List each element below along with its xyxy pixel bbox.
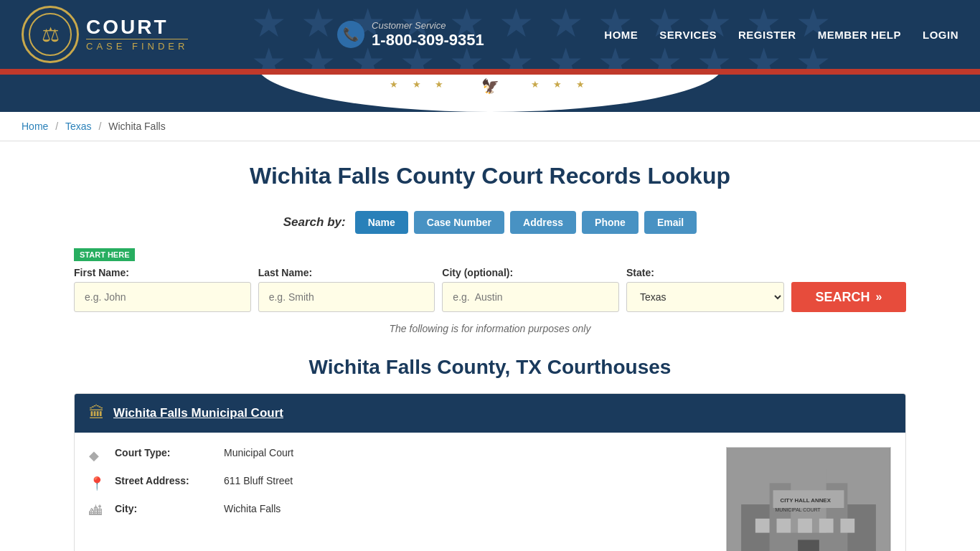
first-name-group: First Name: — [74, 267, 251, 312]
first-name-input[interactable] — [74, 282, 251, 312]
breadcrumb: Home / Texas / Wichita Falls — [0, 112, 980, 141]
courthouse-icon: 🏛 — [89, 404, 105, 423]
breadcrumb-state[interactable]: Texas — [65, 121, 92, 132]
court-type-value: Municipal Court — [224, 447, 293, 458]
logo-court-text: COURT — [86, 17, 188, 37]
stars-left: ★ ★ ★ — [390, 79, 449, 90]
customer-service: 📞 Customer Service 1-800-309-9351 — [337, 20, 484, 50]
search-chevrons: » — [876, 291, 882, 303]
address-label: Street Address: — [115, 475, 215, 486]
search-by-row: Search by: Name Case Number Address Phon… — [74, 211, 906, 234]
nav-register[interactable]: REGISTER — [738, 29, 796, 41]
detail-icon-address: 📍 — [89, 476, 106, 491]
info-text: The following is for information purpose… — [74, 323, 906, 334]
courthouse-body: ◆ Court Type: Municipal Court 📍 Street A… — [75, 433, 905, 551]
svg-text:MUNICIPAL COURT: MUNICIPAL COURT — [776, 507, 821, 512]
breadcrumb-sep-1: / — [55, 121, 61, 132]
search-by-label: Search by: — [283, 215, 346, 230]
tab-name[interactable]: Name — [355, 211, 408, 234]
red-banner — [0, 69, 980, 75]
tab-email[interactable]: Email — [644, 211, 697, 234]
breadcrumb-sep-2: / — [99, 121, 105, 132]
court-type-row: ◆ Court Type: Municipal Court — [89, 447, 712, 463]
scales-icon: ⚖ — [42, 23, 60, 47]
last-name-input[interactable] — [258, 282, 435, 312]
svg-rect-6 — [798, 519, 812, 533]
city-row-value: Wichita Falls — [224, 503, 281, 514]
site-header: ★★★★★★★★★★★★★★★★ ★★★★★★★★★★★★★★★★ ⚖ COUR… — [0, 0, 980, 69]
city-label: City (optional): — [442, 267, 619, 278]
courthouse-details: ◆ Court Type: Municipal Court 📍 Street A… — [89, 447, 712, 551]
tab-case-number[interactable]: Case Number — [414, 211, 504, 234]
courthouse-card: 🏛 Wichita Falls Municipal Court ◆ Court … — [74, 393, 906, 551]
courthouse-header: 🏛 Wichita Falls Municipal Court — [75, 394, 905, 433]
logo-area: ⚖ COURT CASE FINDER — [22, 6, 188, 63]
eagle-icon: 🦅 — [481, 77, 499, 95]
nav-services[interactable]: SERVICES — [659, 29, 717, 41]
city-group: City (optional): — [442, 267, 619, 312]
nav-login[interactable]: LOGIN — [923, 29, 958, 41]
last-name-label: Last Name: — [258, 267, 435, 278]
city-input[interactable] — [442, 282, 619, 312]
svg-text:CITY HALL ANNEX: CITY HALL ANNEX — [780, 497, 831, 504]
tab-address[interactable]: Address — [510, 211, 576, 234]
state-select[interactable]: AlabamaAlaskaArizonaArkansas CaliforniaC… — [626, 282, 784, 312]
eagle-bar: 🦅 ★ ★ ★ ★ ★ ★ — [0, 75, 980, 112]
search-button-label: SEARCH — [816, 290, 870, 305]
courthouse-name-link[interactable]: Wichita Falls Municipal Court — [113, 406, 283, 420]
state-label: State: — [626, 267, 784, 278]
breadcrumb-home[interactable]: Home — [22, 121, 48, 132]
court-type-label: Court Type: — [115, 447, 215, 458]
search-button[interactable]: SEARCH » — [791, 282, 906, 312]
cs-label: Customer Service — [372, 20, 484, 31]
nav-member-help[interactable]: MEMBER HELP — [818, 29, 901, 41]
tab-phone[interactable]: Phone — [582, 211, 639, 234]
city-row-label: City: — [115, 503, 215, 514]
breadcrumb-city: Wichita Falls — [108, 121, 165, 132]
last-name-group: Last Name: — [258, 267, 435, 312]
first-name-label: First Name: — [74, 267, 251, 278]
svg-rect-9 — [798, 540, 819, 551]
nav-home[interactable]: HOME — [604, 29, 638, 41]
search-form: First Name: Last Name: City (optional): … — [74, 267, 906, 312]
logo-circle: ⚖ — [22, 6, 79, 63]
state-group: State: AlabamaAlaskaArizonaArkansas Cali… — [626, 267, 784, 312]
detail-icon-city: 🏙 — [89, 504, 106, 519]
address-row: 📍 Street Address: 611 Bluff Street — [89, 475, 712, 491]
detail-icon-type: ◆ — [89, 448, 106, 463]
svg-rect-4 — [755, 519, 770, 533]
main-nav: HOME SERVICES REGISTER MEMBER HELP LOGIN — [604, 29, 958, 41]
courthouses-title: Wichita Falls County, TX Courthouses — [74, 356, 906, 379]
start-here-badge: START HERE — [74, 248, 135, 261]
main-content: Wichita Falls County Court Records Looku… — [60, 141, 920, 551]
svg-rect-8 — [840, 519, 854, 533]
address-value: 611 Bluff Street — [224, 475, 293, 486]
courthouse-image: CITY HALL ANNEX MUNICIPAL COURT — [726, 447, 891, 551]
page-title: Wichita Falls County Court Records Looku… — [74, 163, 906, 189]
svg-rect-5 — [777, 519, 791, 533]
logo-text: COURT CASE FINDER — [86, 17, 188, 52]
cs-number: 1-800-309-9351 — [372, 31, 484, 50]
logo-case-finder-text: CASE FINDER — [86, 39, 188, 52]
svg-rect-7 — [819, 519, 834, 533]
city-row: 🏙 City: Wichita Falls — [89, 503, 712, 519]
stars-right: ★ ★ ★ — [531, 79, 590, 90]
phone-icon: 📞 — [337, 21, 364, 48]
